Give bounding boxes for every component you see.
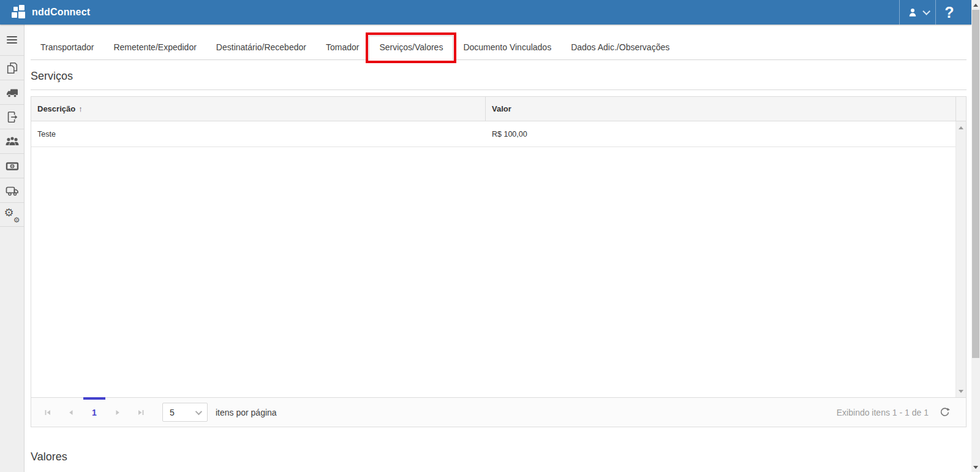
tabstrip: Transportador Remetente/Expedidor Destin…	[31, 36, 967, 60]
ndd-logo-icon	[11, 4, 28, 21]
grid-scroll-up-button[interactable]	[956, 123, 966, 132]
servicos-grid: Descrição ↑ Valor Teste R$ 100,00	[31, 96, 967, 427]
next-page-icon	[113, 408, 123, 417]
chevron-down-icon	[922, 7, 930, 15]
refresh-icon	[940, 407, 950, 417]
sidebar-item-menu[interactable]	[0, 25, 24, 55]
sidebar-item-users[interactable]	[0, 129, 24, 153]
grid-vertical-scrollbar[interactable]	[956, 121, 966, 397]
column-header-descricao[interactable]: Descrição ↑	[31, 97, 486, 121]
scrollbar-thumb[interactable]	[972, 10, 979, 358]
servicos-section-title: Serviços	[31, 70, 73, 83]
cell-descricao: Teste	[31, 121, 486, 147]
tab-dados-adic-observacoes[interactable]: Dados Adic./Observações	[561, 35, 679, 59]
money-banknote-icon	[5, 159, 20, 173]
pager-info-text: Exibindo itens 1 - 1 de 1	[837, 408, 929, 417]
settings-gears-icon: ⚙⚙	[5, 207, 20, 222]
truck-icon	[5, 85, 20, 100]
grid-header-row: Descrição ↑ Valor	[31, 97, 966, 121]
delivery-truck-icon	[5, 183, 20, 198]
app-logo: nddConnect	[11, 4, 90, 21]
grid-scroll-down-button[interactable]	[956, 386, 966, 396]
top-header-bar: nddConnect ?	[0, 0, 971, 25]
scrollbar-up-button[interactable]	[971, 0, 980, 10]
scrollbar-down-button[interactable]	[971, 462, 980, 472]
users-group-icon	[5, 134, 20, 149]
refresh-button[interactable]	[940, 407, 950, 417]
triangle-up-icon	[959, 126, 963, 129]
chevron-down-icon	[195, 408, 202, 414]
items-per-page-label: itens por página	[216, 408, 277, 417]
tab-documento-vinculados[interactable]: Documento Vinculados	[453, 35, 561, 59]
help-button[interactable]: ?	[936, 0, 963, 25]
sidebar-item-transport[interactable]	[0, 80, 24, 104]
ndd-connect-page: nddConnect ?	[0, 0, 980, 472]
valores-section-title: Valores	[31, 451, 67, 463]
app-title: nddConnect	[32, 7, 90, 18]
menu-icon	[7, 34, 17, 45]
cell-valor: R$ 100,00	[486, 121, 966, 147]
tab-transportador[interactable]: Transportador	[31, 35, 104, 59]
sidebar-item-delivery[interactable]	[0, 178, 24, 202]
sidebar-item-documents[interactable]	[0, 55, 24, 80]
grid-pager: 1 5 itens por página	[31, 397, 966, 427]
export-document-icon	[6, 110, 19, 124]
page-size-dropdown[interactable]: 5	[162, 403, 208, 422]
table-row[interactable]: Teste R$ 100,00	[31, 121, 966, 147]
user-icon	[907, 7, 918, 18]
previous-page-icon	[66, 408, 76, 417]
sort-ascending-icon: ↑	[78, 104, 83, 113]
grid-body: Teste R$ 100,00	[31, 121, 966, 397]
sidebar-nav: ⚙⚙	[0, 25, 24, 472]
documents-copy-icon	[6, 61, 19, 75]
sidebar-item-settings[interactable]: ⚙⚙	[0, 202, 24, 227]
sidebar-item-billing[interactable]	[0, 153, 24, 178]
tab-destinatario-recebedor[interactable]: Destinatário/Recebedor	[206, 35, 316, 59]
pager-first-page-button[interactable]	[36, 398, 59, 427]
sidebar-item-export[interactable]	[0, 104, 24, 129]
user-menu-button[interactable]	[900, 0, 935, 25]
section-divider	[31, 89, 967, 90]
pager-previous-page-button[interactable]	[59, 398, 83, 427]
pager-last-page-button[interactable]	[129, 398, 153, 427]
first-page-icon	[43, 408, 53, 417]
page-vertical-scrollbar[interactable]	[971, 0, 980, 472]
last-page-icon	[136, 408, 146, 417]
grid-header-spacer	[956, 97, 966, 121]
pager-next-page-button[interactable]	[106, 398, 129, 427]
pager-current-page[interactable]: 1	[83, 398, 106, 427]
page-size-value: 5	[170, 408, 175, 417]
triangle-down-icon	[959, 390, 963, 393]
tab-servicos-valores[interactable]: Serviços/Valores	[369, 36, 453, 60]
question-mark-icon: ?	[944, 4, 954, 21]
tab-remetente-expedidor[interactable]: Remetente/Expedidor	[104, 35, 206, 59]
tab-tomador[interactable]: Tomador	[316, 35, 369, 59]
triangle-down-icon	[973, 466, 978, 469]
triangle-up-icon	[973, 4, 978, 7]
column-header-valor[interactable]: Valor	[486, 97, 956, 121]
main-content: Transportador Remetente/Expedidor Destin…	[24, 25, 971, 472]
